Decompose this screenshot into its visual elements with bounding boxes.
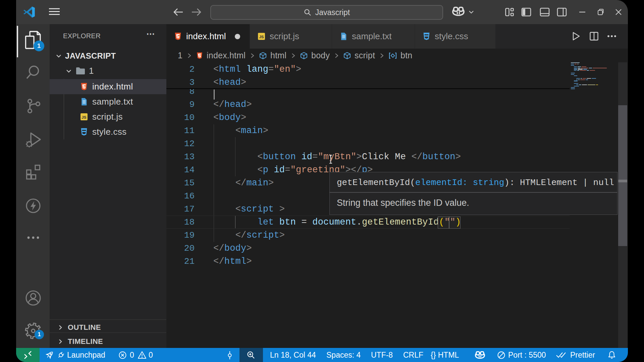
svg-text:JS: JS [82,115,87,119]
svg-text:JS: JS [259,35,264,39]
